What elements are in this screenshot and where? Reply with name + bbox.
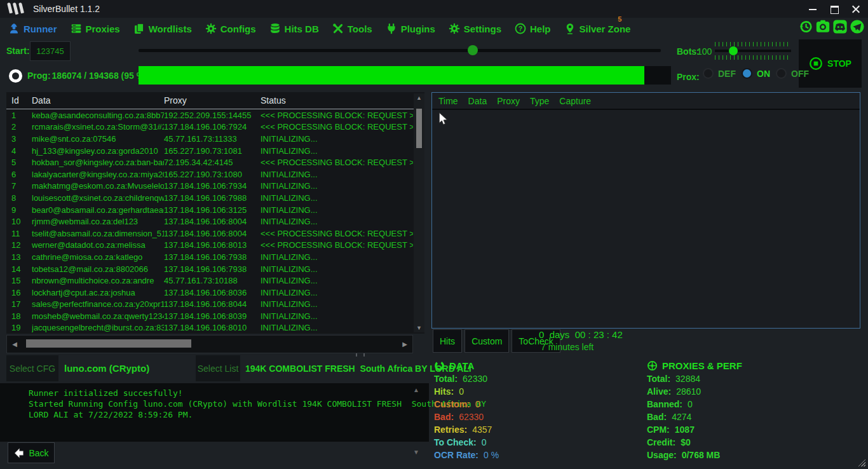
scrollbar-thumb[interactable] — [26, 339, 191, 348]
table-row[interactable]: 14tobetsa12@mail.co.za:8802066137.184.19… — [6, 263, 413, 275]
nav-item-settings[interactable]: Settings — [449, 23, 501, 34]
column-header-time[interactable]: Time — [438, 96, 458, 106]
row-status: INITIALIZING... — [261, 146, 413, 156]
horizontal-scrollbar[interactable]: ◀ ▶ — [6, 335, 413, 353]
row-data: bear0@absamail.co.za:gerhardtaeag — [32, 205, 164, 215]
column-header-proxy[interactable]: Proxy — [497, 96, 520, 106]
table-row[interactable]: 7makhatmg@eskom.co.za:Mvuselelo137.184.1… — [6, 180, 413, 193]
table-row[interactable]: 2rcmarais@xsinet.co.za:Storm@31#2137.184… — [6, 121, 413, 133]
select-cfg-button[interactable]: Select CFG — [6, 355, 58, 381]
prox-option-on[interactable]: ON — [742, 68, 770, 79]
column-header-status[interactable]: Status — [261, 95, 424, 105]
nav-item-wordlists[interactable]: Wordlists — [133, 23, 192, 34]
database-icon — [269, 23, 281, 34]
nav-right-icons — [799, 20, 864, 34]
tab-custom[interactable]: Custom — [465, 329, 509, 353]
row-status: INITIALIZING... — [261, 276, 413, 285]
scroll-right-icon[interactable]: ▶ — [398, 336, 411, 353]
seek-slider-thumb[interactable] — [468, 45, 478, 55]
row-proxy: 137.184.196.106:7938 — [164, 252, 261, 262]
table-row[interactable]: 6lakalyacarter@kingsley.co.za:miya20165.… — [6, 168, 413, 180]
nav-item-proxies[interactable]: Proxies — [71, 23, 120, 34]
row-status: INITIALIZING... — [261, 311, 413, 321]
maximize-icon[interactable] — [830, 4, 839, 13]
splitter-handle[interactable] — [356, 353, 365, 357]
start-input[interactable] — [30, 41, 71, 61]
table-row[interactable]: 18mosheb@webmail.co.za:qwerty1234137.184… — [6, 310, 413, 322]
table-row[interactable]: 9bear0@absamail.co.za:gerhardtaeag137.18… — [6, 204, 413, 216]
row-id: 2 — [11, 122, 32, 132]
radio-selected-icon[interactable] — [742, 68, 752, 79]
stat-custom: Custom:0 — [434, 398, 644, 411]
nav-item-help[interactable]: ?Help — [515, 23, 551, 34]
table-row[interactable]: 17sales@perfectfinance.co.za:y20xpr1v137… — [6, 299, 413, 311]
table-row[interactable]: 15nbrown@multichoice.co.za:andre45.77.16… — [6, 275, 413, 287]
row-id: 13 — [11, 252, 32, 262]
row-proxy: 137.184.196.106:7934 — [164, 181, 261, 191]
row-status: <<< PROCESSING BLOCK: REQUEST >>> — [261, 240, 413, 250]
log-line: Started Running Config luno.com (CRypto)… — [29, 398, 429, 409]
prox-option-def[interactable]: DEF — [703, 68, 736, 79]
scroll-down-icon[interactable]: ▼ — [414, 323, 424, 332]
scroll-left-icon[interactable]: ◀ — [8, 336, 21, 353]
nav-item-configs[interactable]: Configs — [205, 23, 256, 34]
bots-slider[interactable] — [715, 50, 791, 52]
minimize-icon[interactable] — [808, 4, 817, 13]
back-button[interactable]: Back — [8, 442, 55, 463]
table-row[interactable]: 12werner@datadot.co.za:melissa137.184.19… — [6, 240, 413, 252]
table-row[interactable]: 4hj_133@kingsley.co.za:gorda2010165.227.… — [6, 145, 413, 157]
column-header-capture[interactable]: Capture — [559, 96, 591, 106]
log-scroll-down-icon[interactable]: ▼ — [413, 449, 419, 456]
vertical-scrollbar[interactable]: ▲ ▼ — [414, 93, 424, 332]
table-row[interactable]: 11tselit@absamail.co.za:dimension_51137.… — [6, 228, 413, 240]
row-proxy: 137.184.196.106:8004 — [164, 217, 261, 226]
row-status: INITIALIZING... — [261, 205, 413, 215]
nav-item-plugins[interactable]: Plugins — [386, 23, 435, 34]
row-proxy: 137.184.196.106:8044 — [164, 299, 261, 309]
close-icon[interactable] — [851, 4, 860, 13]
stat-hits: Hits:0 — [434, 385, 644, 398]
column-header-data[interactable]: Data — [32, 95, 164, 105]
select-list-button[interactable]: Select List — [196, 355, 240, 381]
row-data: nbrown@multichoice.co.za:andre — [32, 276, 164, 285]
nav-item-hits-db[interactable]: Hits DB — [269, 23, 319, 34]
stat-value: 28610 — [676, 386, 701, 397]
bots-slider-thumb[interactable] — [729, 46, 738, 55]
window-resize-grip[interactable] — [858, 459, 865, 466]
table-row[interactable]: 8louisescott@xsinet.co.za:childrenqw137.… — [6, 192, 413, 204]
column-header-id[interactable]: Id — [11, 95, 32, 105]
timer-elapsed: 0 days 00 : 23 : 42 — [539, 329, 623, 340]
nav-item-runner[interactable]: Runner — [8, 23, 57, 34]
radio-unselected-icon[interactable] — [703, 68, 714, 79]
table-row[interactable]: 1keba@asandeconsulting.co.za:8bb7192.252… — [6, 109, 413, 121]
telegram-icon[interactable] — [850, 20, 864, 34]
map-pin-icon — [564, 23, 576, 34]
hits-table-panel: TimeDataProxyTypeCapture — [431, 92, 860, 329]
column-header-data[interactable]: Data — [468, 96, 487, 106]
column-header-type[interactable]: Type — [530, 96, 549, 106]
prox-option-off[interactable]: OFF — [776, 68, 809, 79]
nav-item-silver-zone[interactable]: Silver Zone5 — [564, 23, 631, 34]
table-row[interactable]: 13cathrine@miosa.co.za:katlego137.184.19… — [6, 251, 413, 263]
discord-icon[interactable] — [833, 20, 847, 34]
history-clock-icon[interactable] — [799, 20, 813, 34]
row-id: 7 — [11, 181, 32, 191]
seek-slider[interactable] — [139, 49, 661, 52]
table-row[interactable]: 10rjmm@webmail.co.za:del123137.184.196.1… — [6, 215, 413, 228]
camera-icon[interactable] — [816, 20, 830, 34]
data-stats-section: DATA Total:62330Hits:0Custom:0Bad:62330R… — [434, 358, 644, 461]
table-row[interactable]: 5hokban_sor@kingsley.co.za:ban-bann72.19… — [6, 156, 413, 168]
scroll-up-icon[interactable]: ▲ — [414, 93, 424, 102]
table-row[interactable]: 19jacquesengelbrecht@iburst.co.za:83137.… — [6, 322, 413, 334]
stat-total: Total:32884 — [647, 372, 857, 385]
column-header-proxy[interactable]: Proxy — [164, 95, 261, 105]
tab-hits[interactable]: Hits — [433, 329, 462, 353]
radio-unselected-icon[interactable] — [776, 68, 787, 79]
scrollbar-thumb[interactable] — [416, 109, 422, 148]
log-panel: Runner initialized succesfully!Started R… — [0, 383, 429, 442]
table-row[interactable]: 16lockhartj@cput.ac.za:joshua137.184.196… — [6, 287, 413, 299]
log-scroll-up-icon[interactable]: ▲ — [413, 386, 419, 393]
stop-button[interactable]: STOP — [799, 39, 862, 88]
nav-item-tools[interactable]: Tools — [332, 23, 372, 34]
table-row[interactable]: 3mike@snt.co.za:0754645.77.161.73:11333I… — [6, 133, 413, 145]
